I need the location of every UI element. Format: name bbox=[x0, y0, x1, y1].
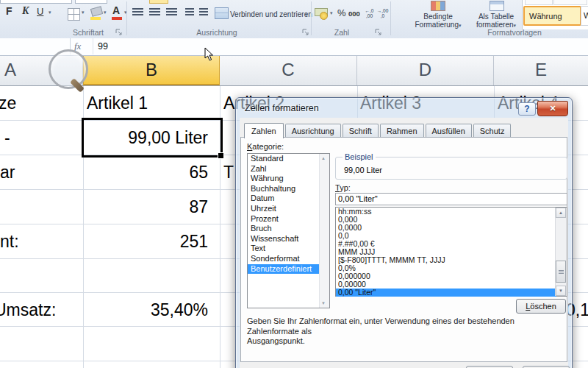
increase-decimal-icon[interactable]: ←,0,00 bbox=[363, 7, 376, 21]
font-color-button[interactable]: A bbox=[112, 4, 120, 16]
gallery-item-partial[interactable] bbox=[553, 0, 587, 5]
category-item[interactable]: Standard bbox=[248, 154, 329, 164]
group-divider bbox=[311, 1, 312, 35]
tab-ausrichtung[interactable]: Ausrichtung bbox=[285, 124, 341, 138]
format-scrollbar[interactable]: ▲ ▼ bbox=[555, 208, 567, 296]
close-icon: ✕ bbox=[549, 104, 556, 113]
format-item[interactable]: 0,000000 bbox=[336, 272, 567, 280]
bold-button[interactable]: F bbox=[6, 5, 12, 17]
fill-color-bar[interactable] bbox=[90, 17, 101, 20]
delete-button[interactable]: Löschen bbox=[516, 299, 566, 314]
formula-input[interactable]: 99 bbox=[98, 41, 108, 52]
tab-schrift[interactable]: Schrift bbox=[343, 124, 379, 138]
category-listbox[interactable]: Standard Zahl Währung Buchhaltung Datum … bbox=[247, 153, 330, 308]
merge-center-icon[interactable] bbox=[215, 7, 229, 19]
type-input[interactable]: 0,00 "Liter" bbox=[335, 193, 567, 205]
alignment-dialog-launcher-icon[interactable] bbox=[302, 29, 309, 36]
italic-button[interactable]: K bbox=[22, 5, 29, 17]
align-left-icon[interactable] bbox=[132, 8, 143, 17]
help-icon: ? bbox=[524, 104, 529, 114]
cell-a-row5[interactable]: nt: bbox=[0, 232, 19, 252]
column-header-e[interactable]: E bbox=[494, 55, 588, 85]
format-as-table-icon[interactable] bbox=[490, 1, 504, 11]
cell-a-row2[interactable]: - bbox=[4, 128, 10, 148]
category-item[interactable]: Text bbox=[248, 244, 329, 254]
underline-dropdown-icon[interactable]: ▾ bbox=[49, 10, 51, 15]
format-item[interactable]: 0,0% bbox=[336, 264, 567, 272]
number-format-dropdown-icon[interactable]: ▾ bbox=[330, 10, 333, 16]
cell-a-row7[interactable]: Umsatz: bbox=[0, 300, 56, 320]
cell-b7[interactable]: 35,40% bbox=[83, 300, 214, 320]
category-item[interactable]: Bruch bbox=[248, 224, 329, 234]
format-item[interactable]: 0,000 bbox=[336, 216, 567, 224]
number-format-coin-icon[interactable] bbox=[320, 12, 328, 20]
column-headers: A B C D E bbox=[0, 55, 588, 86]
font-name-box[interactable] bbox=[0, 0, 72, 4]
number-dialog-launcher-icon[interactable] bbox=[375, 29, 382, 36]
fill-color-dropdown-icon[interactable]: ▾ bbox=[104, 10, 107, 15]
conditional-formatting-icon[interactable] bbox=[431, 1, 445, 11]
format-as-table-button[interactable]: Als Tabelle formatieren▾ bbox=[466, 13, 526, 29]
decrease-indent-icon[interactable] bbox=[185, 8, 194, 17]
cell-a-row3[interactable]: ar bbox=[0, 163, 15, 183]
column-header-c[interactable]: C bbox=[220, 55, 357, 85]
cell-a-row1[interactable]: ze bbox=[0, 93, 16, 113]
cell-b4[interactable]: 87 bbox=[83, 197, 214, 217]
tab-zahlen[interactable]: Zahlen bbox=[244, 123, 284, 138]
category-scrollbar[interactable]: ▲ ▼ bbox=[319, 154, 329, 308]
cell-style-currency[interactable]: Währung bbox=[523, 6, 581, 26]
column-header-b[interactable]: B bbox=[83, 55, 220, 85]
active-align-button[interactable] bbox=[149, 0, 168, 4]
align-center-icon[interactable] bbox=[149, 8, 160, 17]
category-item[interactable]: Wissenschaft bbox=[248, 234, 329, 244]
dialog-close-button[interactable]: ✕ bbox=[537, 101, 568, 116]
dialog-help-button[interactable]: ? bbox=[518, 102, 536, 116]
scroll-up-icon: ▲ bbox=[559, 210, 563, 215]
font-color-bar[interactable] bbox=[112, 17, 122, 20]
font-dialog-launcher-icon[interactable] bbox=[115, 29, 123, 36]
format-item[interactable]: [$-F800]TTTT, MMMM TT, JJJJ bbox=[336, 256, 567, 264]
format-item[interactable]: 0,0000 bbox=[336, 224, 567, 232]
percent-style-button[interactable]: % bbox=[337, 7, 346, 18]
gallery-item-partial[interactable] bbox=[525, 0, 553, 5]
category-item[interactable]: Datum bbox=[248, 194, 329, 204]
magnifier-annotation bbox=[49, 49, 88, 89]
format-listbox[interactable]: hh:mm:ss 0,000 0,0000 0,0 #.##0,00 € MMM… bbox=[335, 207, 567, 297]
fill-color-icon[interactable] bbox=[90, 6, 103, 17]
tab-schutz[interactable]: Schutz bbox=[473, 124, 512, 138]
merge-center-button[interactable]: Verbinden und zentrieren bbox=[230, 10, 312, 18]
decrease-decimal-icon[interactable]: →,00,0 bbox=[376, 7, 389, 21]
cell-b1[interactable]: Artikel 1 bbox=[87, 93, 148, 113]
underline-button[interactable]: U bbox=[37, 6, 43, 17]
scrollbar-thumb[interactable] bbox=[556, 261, 566, 283]
fill-handle[interactable] bbox=[218, 152, 224, 159]
cell-c3[interactable]: T bbox=[223, 163, 234, 183]
category-item[interactable]: Sonderformat bbox=[248, 254, 329, 264]
align-right-icon[interactable] bbox=[166, 8, 177, 17]
scroll-up-button[interactable]: ▲ bbox=[556, 208, 566, 218]
comma-style-button[interactable]: 000 bbox=[348, 10, 360, 18]
merge-center-dropdown-icon[interactable]: ▾ bbox=[305, 12, 308, 18]
category-item[interactable]: Zahl bbox=[248, 164, 329, 174]
tab-ausfuellen[interactable]: Ausfüllen bbox=[426, 124, 472, 138]
category-item-selected[interactable]: Benutzerdefiniert bbox=[248, 264, 329, 275]
category-item[interactable]: Währung bbox=[248, 174, 329, 184]
scroll-down-button[interactable]: ▼ bbox=[556, 286, 566, 296]
column-header-d[interactable]: D bbox=[357, 55, 494, 85]
borders-dropdown-icon[interactable]: ▾ bbox=[82, 10, 85, 15]
cell-style-currency-2[interactable]: Wäh bbox=[581, 6, 588, 26]
active-cell-border[interactable] bbox=[82, 118, 223, 158]
scroll-down-icon[interactable]: ▼ bbox=[321, 301, 326, 305]
font-size-box[interactable] bbox=[75, 0, 107, 4]
tab-rahmen[interactable]: Rahmen bbox=[380, 124, 424, 138]
increase-indent-icon[interactable] bbox=[199, 8, 208, 17]
category-item[interactable]: Buchhaltung bbox=[248, 184, 329, 194]
cell-b5[interactable]: 251 bbox=[83, 232, 214, 252]
borders-icon[interactable] bbox=[68, 8, 80, 21]
scroll-up-icon[interactable]: ▲ bbox=[321, 156, 326, 160]
category-item[interactable]: Prozent bbox=[248, 214, 329, 224]
cell-b3[interactable]: 65 bbox=[83, 163, 214, 183]
format-item-selected[interactable]: 0,00 "Liter" bbox=[336, 289, 556, 297]
category-item[interactable]: Uhrzeit bbox=[248, 204, 329, 214]
format-item[interactable]: hh:mm:ss bbox=[336, 208, 567, 216]
